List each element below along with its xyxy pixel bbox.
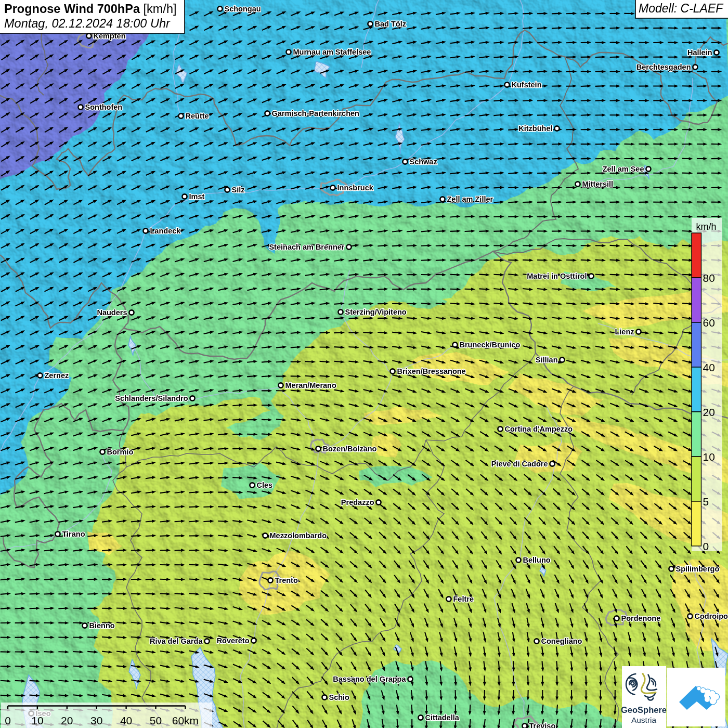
city-label: Cittadella <box>425 713 460 722</box>
city-schongau: Schongau <box>217 5 261 13</box>
city-label: Schongau <box>225 5 261 13</box>
scalebar-label-30: 30 <box>90 714 102 726</box>
city-label: Bienno <box>89 621 115 630</box>
city-label: Berchtesgaden <box>636 63 691 71</box>
city-label: Schwaz <box>410 158 437 166</box>
city-bozen-bolzano: Bozen/Bolzano <box>316 445 376 453</box>
legend-panel: km/h 806040201050 <box>692 218 722 552</box>
city-marker <box>338 309 343 314</box>
city-label: Sillian <box>536 356 558 364</box>
city-sonthofen: Sonthofen <box>78 103 122 111</box>
city-label: Tirano <box>62 530 85 538</box>
city-marker <box>55 531 60 536</box>
city-conegliano: Conegliano <box>534 637 582 645</box>
city-marker <box>446 596 451 601</box>
legend-stop-5 <box>692 457 701 501</box>
city-label: Landeck <box>150 227 181 235</box>
city-marker <box>390 369 395 373</box>
city-label: Imst <box>189 192 205 201</box>
model-label: Modell: C-LAEF <box>639 2 724 15</box>
city-sterzing-vipiteno: Sterzing/Vipiteno <box>338 308 406 316</box>
city-marker <box>402 159 407 164</box>
city-marker <box>265 111 269 115</box>
city-zell-am-ziller: Zell am Ziller <box>440 195 493 203</box>
city-marker <box>225 187 229 192</box>
city-mezzolombardo: Mezzolombardo <box>263 531 327 540</box>
city-spilimbergo: Spilimbergo <box>669 565 719 573</box>
city-marker <box>504 82 509 87</box>
weather-map-stage: SchongauBad TölzKemptenMurnau am Staffel… <box>0 0 728 728</box>
legend-label-20: 20 <box>703 406 715 418</box>
city-marker <box>286 49 291 54</box>
city-garmisch-partenkirchen: Garmisch-Partenkirchen <box>265 109 359 118</box>
city-label: Sonthofen <box>85 103 123 111</box>
legend-label-80: 80 <box>703 272 715 284</box>
city-marker <box>178 113 183 118</box>
city-label: Treviso <box>529 722 556 728</box>
geosphere-logo-box: GeoSphere Austria <box>621 666 667 728</box>
legend-label-5: 5 <box>703 496 709 508</box>
city-marker <box>100 449 105 454</box>
city-bruneck-brunico: Bruneck/Brunico <box>452 341 520 349</box>
city-marker <box>250 483 254 487</box>
scalebar-panel: 0102030405060km <box>1 703 212 728</box>
legend-stop-0 <box>692 501 701 546</box>
city-marker <box>217 6 222 11</box>
city-label: Bruneck/Brunico <box>460 341 521 349</box>
city-label: Lienz <box>615 328 634 336</box>
city-marker <box>316 446 320 451</box>
city-label: Brixen/Bressanone <box>397 367 466 375</box>
city-marker <box>669 566 673 571</box>
city-pordenone: Pordenone <box>614 614 660 622</box>
city-marker <box>368 21 372 26</box>
city-label: Kufstein <box>512 81 542 89</box>
city-label: Bormio <box>107 448 134 456</box>
city-marker <box>408 677 412 681</box>
city-marker <box>346 244 351 249</box>
legend-stop-20 <box>692 367 701 412</box>
city-label: Cles <box>257 481 273 489</box>
city-marker <box>37 373 42 378</box>
city-marker <box>554 126 559 131</box>
city-marker <box>534 639 539 643</box>
city-marker <box>330 185 335 190</box>
scalebar-label-40: 40 <box>120 714 132 726</box>
geosphere-logo-name: GeoSphere <box>621 705 667 714</box>
city-label: Bozen/Bolzano <box>323 445 377 453</box>
city-brixen-bressanone: Brixen/Bressanone <box>390 367 465 375</box>
city-label: Spilimbergo <box>676 565 720 573</box>
city-marker <box>636 329 641 334</box>
city-label: Rovereto <box>217 636 250 645</box>
city-label: Sterzing/Vipiteno <box>345 308 407 316</box>
city-label: Riva del Garda <box>150 637 203 645</box>
legend-label-40: 40 <box>703 361 715 373</box>
city-marker <box>614 616 619 620</box>
city-label: Pieve di Cadore <box>491 460 548 468</box>
legend-title: km/h <box>696 222 716 232</box>
city-marker <box>522 723 527 728</box>
city-label: Nauders <box>97 308 127 317</box>
city-riva-del-garda: Riva del Garda <box>150 637 210 645</box>
city-label: Pordenone <box>621 614 661 622</box>
scalebar-label-50: 50 <box>150 714 162 726</box>
city-steinach-am-brenner: Steinach am Brenner <box>269 243 351 251</box>
city-label: Kitzbühel <box>518 124 552 133</box>
city-marker <box>86 33 91 38</box>
city-cortina-d-ampezzo: Cortina d'Ampezzo <box>498 425 573 433</box>
city-label: Bad Tölz <box>375 20 406 28</box>
scalebar-label-20: 20 <box>61 714 73 726</box>
city-marker <box>190 396 194 400</box>
city-label: Innsbruck <box>337 184 374 192</box>
city-label: Hallein <box>687 48 712 57</box>
city-marker <box>322 695 327 699</box>
city-marker <box>560 357 564 362</box>
city-marker <box>646 166 651 171</box>
city-schlanders-silandro: Schlanders/Silandro <box>115 394 194 402</box>
city-label: Schlanders/Silandro <box>115 394 188 402</box>
city-label: Cortina d'Ampezzo <box>505 425 573 433</box>
city-marker <box>129 310 134 315</box>
city-label: Predazzo <box>341 498 374 506</box>
city-label: Trento <box>275 576 298 584</box>
city-label: Reutte <box>186 112 209 120</box>
city-label: Garmisch-Partenkirchen <box>272 109 359 118</box>
